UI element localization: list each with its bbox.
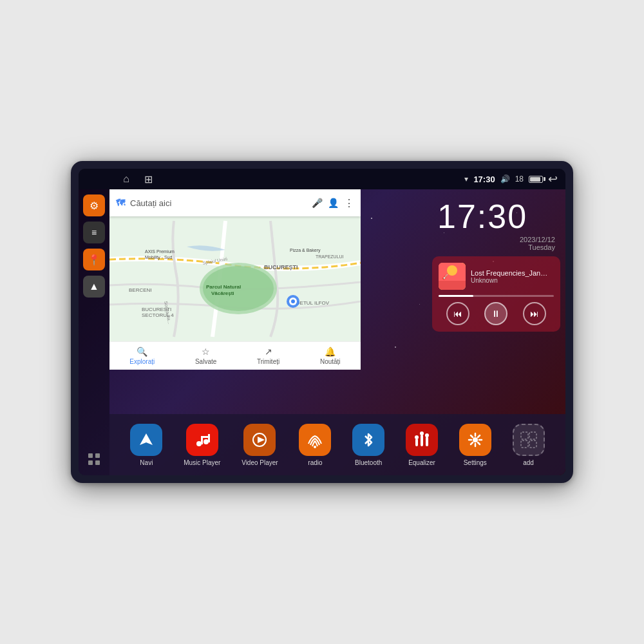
progress-bar[interactable] [439, 295, 554, 297]
video-player-label: Video Player [242, 459, 278, 466]
video-player-icon [243, 424, 276, 456]
svg-marker-34 [258, 437, 265, 443]
svg-point-35 [314, 446, 316, 448]
svg-rect-1 [95, 453, 100, 458]
app-music-player[interactable]: Music Player [184, 424, 220, 466]
map-explore-btn[interactable]: 🔍 Explorați [129, 346, 155, 365]
clock-time: 17:30 [437, 200, 527, 233]
volume-icon: 🔊 [500, 175, 510, 184]
music-info-row: 🎸 Lost Frequencies_Janie... Unknown [439, 263, 554, 290]
google-maps-logo: 🗺 [116, 198, 125, 208]
bluetooth-icon [352, 424, 384, 456]
svg-point-42 [473, 437, 478, 442]
app-settings[interactable]: Settings [459, 424, 491, 466]
add-label: add [523, 459, 534, 466]
play-pause-button[interactable]: ⏸ [484, 302, 507, 325]
navi-icon [130, 424, 162, 456]
map-saved-btn[interactable]: ☆ Salvate [195, 346, 216, 365]
svg-rect-46 [529, 440, 536, 448]
navi-label: Navi [140, 459, 153, 466]
apps-grid-icon[interactable]: ⊞ [140, 171, 156, 187]
sidebar: ⚙ ≡ 📍 ▲ [79, 189, 109, 475]
svg-text:AXIS Premium: AXIS Premium [145, 249, 175, 254]
radio-icon [299, 424, 331, 456]
map-search-bar: 🗺 Căutați aici 🎤 👤 ⋮ [109, 189, 361, 216]
svg-text:Parcul Natural: Parcul Natural [206, 284, 241, 290]
svg-point-41 [425, 433, 429, 437]
clock-date: 2023/12/12 Tuesday [437, 236, 555, 251]
map-news-btn[interactable]: 🔔 Noutăți [320, 346, 341, 365]
svg-text:Pizza & Bakery: Pizza & Bakery [290, 248, 321, 253]
settings-icon [459, 424, 491, 456]
map-bottom-bar: 🔍 Explorați ☆ Salvate ↗ Trimiteți 🔔 Nout… [109, 341, 361, 370]
svg-point-28 [196, 441, 202, 446]
svg-rect-43 [521, 432, 528, 439]
music-text: Lost Frequencies_Janie... Unknown [471, 269, 554, 284]
app-radio[interactable]: radio [299, 424, 331, 466]
song-title: Lost Frequencies_Janie... [471, 269, 548, 277]
svg-text:Văcărești: Văcărești [211, 290, 234, 296]
app-video-player[interactable]: Video Player [242, 424, 278, 466]
mic-icon[interactable]: 🎤 [312, 198, 323, 208]
sidebar-grid-icon[interactable] [83, 448, 105, 470]
app-add[interactable]: add [513, 424, 545, 466]
main-content: ⚙ ≡ 📍 ▲ [79, 189, 565, 475]
sidebar-menu-icon[interactable]: ≡ [83, 222, 105, 243]
map-share-btn[interactable]: ↗ Trimiteți [257, 346, 279, 365]
svg-rect-37 [421, 435, 423, 446]
svg-rect-38 [426, 437, 428, 446]
wifi-icon: ▾ [464, 175, 468, 184]
svg-rect-36 [415, 439, 418, 446]
status-bar: ⌂ ⊞ ▾ 17:30 🔊 18 ↩ [79, 169, 565, 189]
album-art: 🎸 [439, 263, 466, 290]
music-player-card: 🎸 Lost Frequencies_Janie... Unknown [432, 256, 560, 332]
app-equalizer[interactable]: Equalizer [406, 424, 438, 466]
music-player-icon [186, 424, 218, 456]
svg-point-20 [291, 299, 295, 303]
sidebar-nav-icon[interactable]: ▲ [83, 276, 105, 298]
sidebar-location-icon[interactable]: 📍 [83, 249, 105, 270]
music-player-label: Music Player [184, 459, 220, 466]
svg-rect-44 [529, 432, 536, 439]
sidebar-settings-icon[interactable]: ⚙ [83, 194, 105, 216]
svg-rect-31 [208, 434, 210, 442]
map-search-input[interactable]: Căutați aici [130, 198, 307, 208]
svg-rect-3 [95, 460, 100, 465]
svg-text:🎸: 🎸 [442, 274, 448, 280]
battery-number: 18 [515, 175, 524, 184]
prev-button[interactable]: ⏮ [446, 302, 469, 325]
map-container[interactable]: 🗺 Căutați aici 🎤 👤 ⋮ [109, 189, 361, 370]
svg-rect-32 [201, 436, 210, 438]
progress-fill [439, 295, 473, 297]
app-navi[interactable]: Navi [130, 424, 162, 466]
settings-label: Settings [464, 459, 487, 466]
svg-point-24 [447, 265, 457, 276]
map-view[interactable]: AXIS Premium Mobility - Sud Pizza & Bake… [109, 216, 361, 341]
app-bluetooth[interactable]: Bluetooth [352, 424, 384, 466]
equalizer-icon [406, 424, 438, 456]
svg-text:Mobility - Sud: Mobility - Sud [145, 255, 173, 260]
account-icon[interactable]: 👤 [328, 198, 339, 208]
svg-point-29 [204, 439, 209, 444]
svg-marker-27 [140, 433, 153, 445]
more-options-icon[interactable]: ⋮ [344, 197, 354, 209]
music-controls: ⏮ ⏸ ⏭ [439, 302, 554, 325]
home-icon[interactable]: ⌂ [118, 171, 134, 187]
bluetooth-label: Bluetooth [355, 459, 382, 466]
back-icon[interactable]: ↩ [548, 172, 558, 186]
song-artist: Unknown [471, 277, 554, 284]
radio-label: radio [308, 459, 322, 466]
screen: ⌂ ⊞ ▾ 17:30 🔊 18 ↩ [79, 169, 565, 475]
add-icon [513, 424, 545, 456]
battery-icon [529, 176, 543, 183]
next-button[interactable]: ⏭ [523, 302, 546, 325]
svg-point-39 [415, 435, 419, 439]
svg-rect-45 [521, 440, 528, 448]
svg-rect-25 [439, 281, 466, 290]
equalizer-label: Equalizer [408, 459, 435, 466]
svg-text:BUCUREȘTI: BUCUREȘTI [264, 264, 298, 270]
app-dock: Navi Music Player [109, 414, 565, 475]
svg-rect-2 [88, 460, 93, 465]
svg-rect-0 [88, 453, 93, 458]
clock-section: 17:30 2023/12/12 Tuesday [427, 189, 565, 256]
